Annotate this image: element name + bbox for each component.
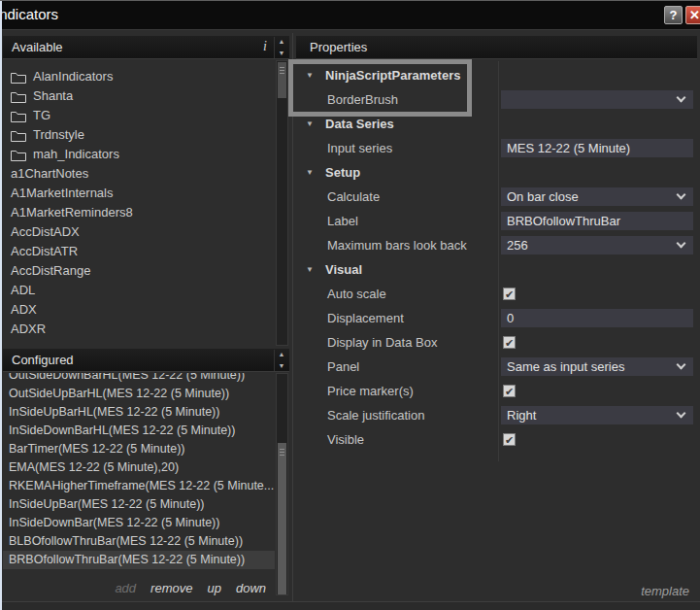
property-row-calculate: Calculate On bar close — [296, 185, 697, 209]
available-item[interactable]: AccDistRange — [3, 261, 275, 281]
close-icon: ✕ — [689, 8, 700, 22]
configured-item[interactable]: InSideUpBar(MES 12-22 (5 Minute)) — [3, 495, 275, 514]
auto-scale-checkbox[interactable]: ✔ — [503, 288, 516, 300]
available-scroll-arrows: ▲ ▼ — [274, 37, 288, 58]
available-section-header: Available i ▲ ▼ — [3, 36, 289, 59]
calculate-dropdown[interactable]: On bar close — [501, 187, 693, 206]
property-row-auto-scale: Auto scale ✔ — [296, 282, 697, 306]
configured-section-header: Configured ▲ ▼ — [3, 349, 289, 372]
left-panel: Available i ▲ ▼ AlanIndicators Shanta TG — [3, 36, 289, 601]
available-item[interactable]: A1MarketInternals — [3, 184, 275, 203]
property-row-label: Label BRBOfollowThruBar — [296, 209, 697, 233]
group-row-setup[interactable]: ▼ Setup — [296, 160, 697, 185]
folder-icon — [11, 149, 26, 161]
properties-section-header: Properties — [296, 36, 697, 59]
move-up-button[interactable]: up — [207, 581, 220, 598]
move-down-button[interactable]: down — [236, 581, 266, 598]
configured-item[interactable]: OutSideDownBarHL(MES 12-22 (5 Minute)) — [3, 373, 275, 385]
property-row-displacement: Displacement 0 — [296, 306, 697, 330]
collapse-arrow-icon[interactable]: ▼ — [306, 265, 318, 274]
available-item[interactable]: a1ChartNotes — [3, 164, 275, 184]
property-row-price-markers: Price marker(s) ✔ — [296, 379, 697, 403]
configured-list-buttons: add remove up down — [115, 581, 266, 598]
configured-item[interactable]: InSideDownBar(MES 12-22 (5 Minute)) — [3, 514, 275, 532]
label-field[interactable]: BRBOfollowThruBar — [501, 212, 693, 230]
property-row-display-in-data-box: Display in Data Box ✔ — [296, 330, 697, 355]
add-button[interactable]: add — [115, 581, 136, 598]
display-in-data-box-checkbox[interactable]: ✔ — [503, 336, 516, 349]
chevron-down-icon — [677, 239, 686, 249]
check-icon: ✔ — [505, 386, 514, 397]
property-row-input-series: Input series MES 12-22 (5 Minute) — [296, 136, 697, 160]
scroll-down-icon[interactable]: ▼ — [275, 361, 288, 371]
scroll-up-icon[interactable]: ▲ — [275, 350, 288, 359]
scrollbar-grip — [280, 449, 284, 458]
scroll-up-icon[interactable]: ▲ — [275, 37, 288, 47]
property-row-panel: Panel Same as input series — [296, 355, 697, 379]
window-left-edge — [0, 1, 2, 610]
available-scrollbar-thumb[interactable] — [278, 62, 286, 98]
chevron-down-icon — [677, 360, 686, 370]
available-folder[interactable]: Shanta — [3, 86, 275, 106]
configured-item[interactable]: InSideUpBarHL(MES 12-22 (5 Minute)) — [3, 403, 275, 422]
collapse-arrow-icon[interactable]: ▼ — [306, 71, 318, 80]
scroll-down-icon[interactable]: ▼ — [275, 49, 288, 58]
available-item[interactable]: AccDistATR — [3, 242, 275, 261]
scale-justification-dropdown[interactable]: Right — [501, 406, 693, 424]
available-item[interactable]: A1MarketReminders8 — [3, 203, 275, 222]
configured-scrollbar-thumb[interactable] — [278, 443, 286, 594]
scrollbar-grip — [280, 67, 284, 76]
chevron-down-icon — [677, 93, 686, 103]
borderbrush-dropdown[interactable] — [501, 90, 693, 109]
template-link[interactable]: template — [641, 584, 689, 598]
configured-item[interactable]: BLBOfollowThruBar(MES 12-22 (5 Minute)) — [3, 532, 275, 551]
configured-scroll-arrows: ▲ ▼ — [274, 350, 288, 371]
configured-item[interactable]: RKEMAHigherTimeframe(MES 12-22 (5 Minute… — [3, 477, 275, 495]
input-series-field[interactable]: MES 12-22 (5 Minute) — [501, 139, 693, 157]
properties-header-label: Properties — [310, 40, 367, 54]
remove-button[interactable]: remove — [150, 581, 192, 598]
panel-dropdown[interactable]: Same as input series — [501, 357, 693, 376]
folder-icon — [11, 71, 26, 84]
configured-item[interactable]: EMA(MES 12-22 (5 Minute),20) — [3, 458, 275, 477]
available-header-label: Available — [12, 40, 63, 54]
panel-divider — [292, 33, 293, 601]
configured-item[interactable]: BarTimer(MES 12-22 (5 Minute)) — [3, 440, 275, 458]
chevron-down-icon — [677, 409, 686, 419]
configured-item[interactable]: InSideDownBarHL(MES 12-22 (5 Minute)) — [3, 422, 275, 440]
available-list: AlanIndicators Shanta TG Trdnstyle mah_I… — [3, 60, 275, 346]
collapse-arrow-icon[interactable]: ▼ — [306, 119, 318, 128]
available-item[interactable]: ADX — [3, 300, 275, 320]
available-folder[interactable]: AlanIndicators — [3, 67, 275, 86]
property-row-visible: Visible ✔ — [296, 427, 697, 452]
available-folder[interactable]: Trdnstyle — [3, 125, 275, 145]
folder-icon — [11, 90, 26, 103]
price-markers-checkbox[interactable]: ✔ — [503, 385, 516, 397]
available-item[interactable]: ADXR — [3, 320, 275, 339]
close-button[interactable]: ✕ — [685, 6, 700, 24]
displacement-field[interactable]: 0 — [501, 309, 693, 327]
configured-item-selected[interactable]: BRBOfollowThruBar(MES 12-22 (5 Minute)) — [3, 551, 275, 569]
indicators-dialog: Indicators ? ✕ Available i ▲ ▼ AlanIndic… — [0, 0, 700, 610]
bottom-strip — [0, 602, 700, 610]
configured-item[interactable]: OutSideUpBarHL(MES 12-22 (5 Minute)) — [3, 385, 275, 403]
properties-grid: ▼ NinjaScriptParameters BorderBrush ▼ Da… — [296, 63, 697, 452]
property-row-maximum-bars-look-back: Maximum bars look back 256 — [296, 233, 697, 257]
group-row-visual[interactable]: ▼ Visual — [296, 257, 697, 282]
title-bar[interactable]: Indicators ? ✕ — [0, 1, 700, 30]
available-scrollbar[interactable] — [276, 60, 288, 346]
available-item[interactable]: ADL — [3, 281, 275, 300]
property-row-borderbrush: BorderBrush — [296, 87, 697, 112]
visible-checkbox[interactable]: ✔ — [503, 433, 516, 446]
available-folder[interactable]: TG — [3, 106, 275, 125]
group-row-data-series[interactable]: ▼ Data Series — [296, 112, 697, 136]
collapse-arrow-icon[interactable]: ▼ — [306, 168, 318, 177]
max-bars-dropdown[interactable]: 256 — [501, 236, 693, 254]
help-button[interactable]: ? — [664, 6, 683, 24]
info-icon[interactable]: i — [263, 39, 267, 54]
available-folder[interactable]: mah_Indicators — [3, 145, 275, 164]
available-item[interactable]: AccDistADX — [3, 222, 275, 242]
group-row-ninjascriptparameters[interactable]: ▼ NinjaScriptParameters — [296, 63, 697, 87]
window-title: Indicators — [0, 6, 58, 22]
configured-scrollbar[interactable] — [276, 373, 288, 595]
